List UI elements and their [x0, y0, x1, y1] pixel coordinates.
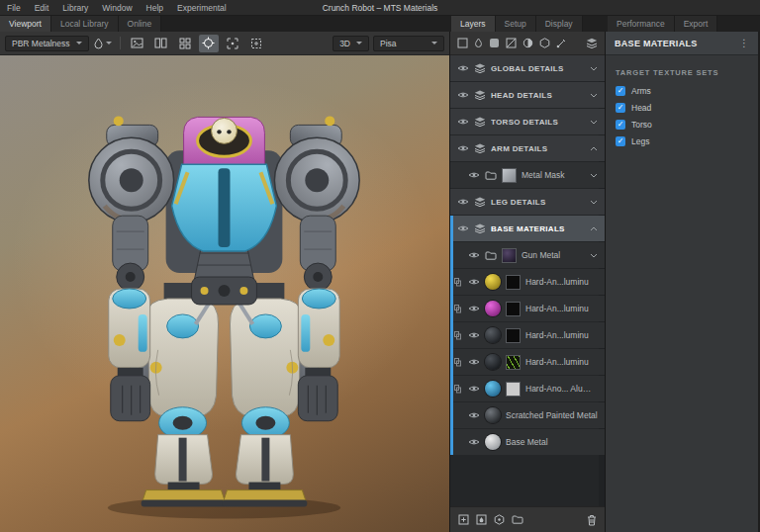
add-folder-icon[interactable] — [512, 515, 523, 524]
layer-group-row[interactable]: LEG DETAILS — [450, 189, 605, 215]
layer-group-row-selected[interactable]: BASE MATERIALS — [450, 216, 605, 241]
add-layer-icon[interactable] — [458, 514, 469, 525]
viewport-focus-button[interactable] — [199, 35, 219, 52]
chevron-down-icon[interactable] — [590, 173, 598, 178]
tab-performance[interactable]: Performance — [608, 16, 675, 32]
snap-grid-button[interactable] — [246, 35, 266, 52]
grid-view-button[interactable] — [175, 35, 195, 52]
material-layer-row[interactable]: Hard-An...luminu — [450, 349, 605, 375]
material-picker-button[interactable] — [93, 35, 113, 52]
layer-group-row[interactable]: ARM DETAILS — [450, 135, 605, 161]
chevron-down-icon[interactable] — [590, 93, 598, 98]
material-sphere-thumbnail[interactable] — [485, 274, 501, 290]
layer-folder-row[interactable]: Metal Mask — [450, 162, 605, 188]
mask-thumbnail[interactable] — [506, 302, 521, 316]
material-layer-row[interactable]: Hard-An...luminu — [450, 322, 605, 348]
layer-thumbnail[interactable] — [502, 248, 517, 263]
kebab-menu-icon[interactable]: ⋮ — [739, 38, 749, 48]
tab-export[interactable]: Export — [675, 16, 718, 32]
chevron-down-icon[interactable] — [590, 66, 598, 71]
frame-view-button[interactable] — [223, 35, 242, 52]
menu-experimental[interactable]: Experimental — [170, 0, 234, 15]
checkbox-checked[interactable]: ✓ — [616, 86, 625, 96]
visibility-eye-icon[interactable] — [457, 91, 469, 99]
visibility-eye-icon[interactable] — [468, 411, 480, 419]
chevron-down-icon[interactable] — [590, 120, 598, 125]
checkbox-checked[interactable]: ✓ — [616, 136, 625, 146]
visibility-eye-icon[interactable] — [457, 118, 469, 126]
tab-online[interactable]: Online — [119, 16, 162, 32]
layer-group-row[interactable]: HEAD DETAILS — [450, 82, 605, 108]
layer-folder-row[interactable]: Gun Metal — [450, 242, 605, 268]
menu-edit[interactable]: Edit — [28, 0, 56, 15]
tab-layers[interactable]: Layers — [451, 16, 496, 32]
material-layer-row[interactable]: Hard-Ano... Alumina — [450, 376, 605, 401]
menu-file[interactable]: File — [0, 0, 28, 15]
visibility-eye-icon[interactable] — [468, 331, 480, 339]
checkbox-checked[interactable]: ✓ — [616, 120, 625, 130]
add-mask-icon[interactable] — [506, 38, 517, 48]
chevron-down-icon[interactable] — [590, 253, 598, 258]
environment-dropdown[interactable]: Pisa — [373, 36, 444, 51]
visibility-eye-icon[interactable] — [457, 198, 469, 206]
visibility-eye-icon[interactable] — [457, 64, 469, 72]
visibility-eye-icon[interactable] — [468, 305, 480, 312]
shader-dropdown[interactable]: PBR Metalness — [5, 36, 89, 51]
tab-setup[interactable]: Setup — [496, 16, 536, 32]
add-fill-layer-icon[interactable] — [476, 514, 487, 525]
mask-thumbnail[interactable] — [506, 328, 521, 343]
menu-library[interactable]: Library — [55, 0, 95, 15]
delete-layer-icon[interactable] — [587, 514, 597, 526]
add-smart-material-icon[interactable] — [539, 38, 550, 48]
visibility-eye-icon[interactable] — [468, 438, 480, 446]
chevron-down-icon — [76, 42, 82, 44]
layer-group-row[interactable]: TORSO DETAILS — [450, 109, 605, 134]
material-layer-row[interactable]: Hard-An...luminu — [450, 269, 605, 295]
split-view-button[interactable] — [151, 35, 171, 52]
visibility-eye-icon[interactable] — [457, 144, 469, 152]
texture-set-label: Arms — [631, 86, 651, 96]
tab-viewport[interactable]: Viewport — [0, 16, 51, 32]
material-sphere-thumbnail[interactable] — [485, 407, 501, 423]
3d-viewport[interactable] — [0, 55, 449, 532]
chevron-down-icon[interactable] — [590, 200, 598, 205]
mask-thumbnail[interactable] — [506, 275, 521, 290]
visibility-eye-icon[interactable] — [468, 251, 480, 259]
chevron-up-icon[interactable] — [590, 146, 598, 151]
visibility-eye-icon[interactable] — [468, 385, 480, 393]
menu-help[interactable]: Help — [140, 0, 170, 15]
layer-group-row[interactable]: GLOBAL DETAILS — [450, 55, 605, 81]
add-paint-icon[interactable] — [489, 38, 500, 48]
chevron-up-icon[interactable] — [590, 226, 598, 231]
add-brush-icon[interactable] — [556, 38, 567, 48]
add-fill-icon[interactable] — [474, 38, 483, 48]
material-sphere-thumbnail[interactable] — [485, 327, 501, 343]
material-sphere-thumbnail[interactable] — [485, 381, 501, 397]
checkbox-checked[interactable]: ✓ — [616, 103, 625, 113]
texture-set-label: Head — [631, 103, 651, 113]
layer-stack-icon[interactable] — [586, 38, 598, 48]
tab-display[interactable]: Display — [536, 16, 583, 32]
add-generator-icon[interactable] — [522, 38, 533, 48]
mask-thumbnail[interactable] — [506, 355, 521, 370]
menu-window[interactable]: Window — [95, 0, 139, 15]
visibility-eye-icon[interactable] — [468, 358, 480, 366]
mask-thumbnail[interactable] — [506, 382, 521, 397]
material-layer-row[interactable]: Base Metal — [450, 429, 605, 455]
add-effect-icon[interactable] — [457, 38, 468, 48]
material-layer-row[interactable]: Hard-An...luminu — [450, 296, 605, 321]
visibility-eye-icon[interactable] — [457, 224, 469, 232]
material-sphere-thumbnail[interactable] — [485, 434, 501, 450]
image-view-button[interactable] — [128, 35, 147, 52]
layer-thumbnail[interactable] — [502, 168, 517, 183]
add-smart-material-icon[interactable] — [494, 514, 505, 525]
material-sphere-thumbnail[interactable] — [485, 354, 501, 370]
layer-name: LEG DETAILS — [491, 198, 585, 207]
material-layer-row[interactable]: Scratched Painted Metal — [450, 402, 605, 428]
tab-local-library[interactable]: Local Library — [51, 16, 119, 32]
mask-stack-icon — [454, 358, 461, 367]
view-mode-dropdown[interactable]: 3D — [332, 36, 369, 51]
visibility-eye-icon[interactable] — [468, 171, 480, 179]
material-sphere-thumbnail[interactable] — [485, 301, 501, 316]
visibility-eye-icon[interactable] — [468, 278, 480, 286]
